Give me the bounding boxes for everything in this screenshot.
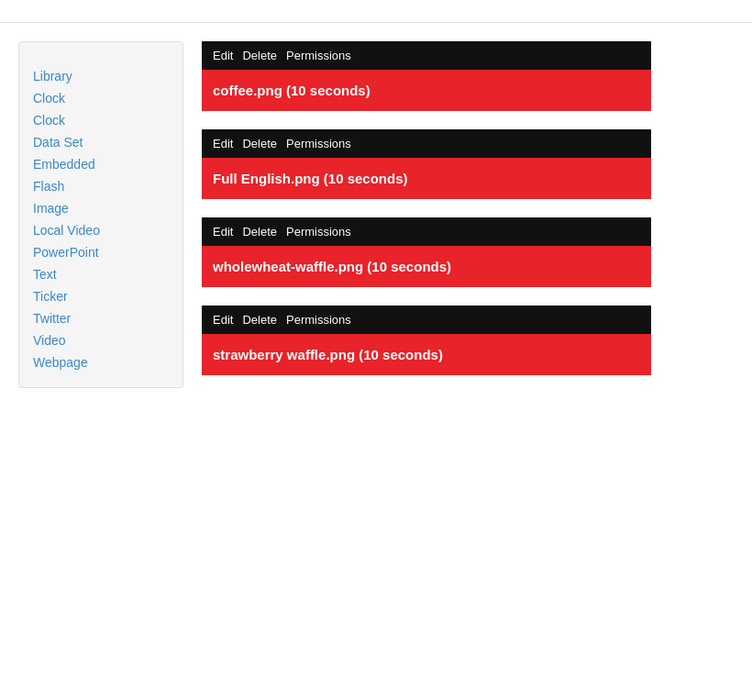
media-card: EditDeletePermissionswholewheat-waffle.p… bbox=[202, 217, 651, 287]
sidebar-item-clock-1[interactable]: Clock bbox=[33, 87, 169, 109]
permissions-button[interactable]: Permissions bbox=[286, 137, 351, 150]
permissions-button[interactable]: Permissions bbox=[286, 313, 351, 327]
sidebar-item-webpage[interactable]: Webpage bbox=[33, 351, 169, 373]
sidebar-item-video[interactable]: Video bbox=[33, 329, 169, 351]
media-card-toolbar: EditDeletePermissions bbox=[202, 129, 651, 158]
media-card-toolbar: EditDeletePermissions bbox=[202, 217, 651, 246]
sidebar-items-container: LibraryClockClockData SetEmbeddedFlashIm… bbox=[33, 65, 169, 373]
media-card-name: wholewheat-waffle.png (10 seconds) bbox=[213, 259, 640, 274]
sidebar-item-library[interactable]: Library bbox=[33, 65, 169, 87]
media-card-name: coffee.png (10 seconds) bbox=[213, 83, 640, 98]
media-card-body: Full English.png (10 seconds) bbox=[202, 158, 651, 199]
edit-button[interactable]: Edit bbox=[213, 313, 233, 327]
media-card-body: wholewheat-waffle.png (10 seconds) bbox=[202, 246, 651, 287]
sidebar-item-embedded[interactable]: Embedded bbox=[33, 153, 169, 175]
media-card-name: Full English.png (10 seconds) bbox=[213, 171, 640, 186]
page-header bbox=[0, 0, 752, 23]
sidebar-item-ticker[interactable]: Ticker bbox=[33, 285, 169, 307]
media-card-body: strawberry waffle.png (10 seconds) bbox=[202, 334, 651, 375]
delete-button[interactable]: Delete bbox=[242, 137, 277, 150]
media-card: EditDeletePermissionscoffee.png (10 seco… bbox=[202, 41, 651, 111]
permissions-button[interactable]: Permissions bbox=[286, 49, 351, 62]
delete-button[interactable]: Delete bbox=[242, 49, 277, 62]
media-card-name: strawberry waffle.png (10 seconds) bbox=[213, 347, 640, 362]
main-content: LibraryClockClockData SetEmbeddedFlashIm… bbox=[0, 23, 752, 406]
edit-button[interactable]: Edit bbox=[213, 49, 233, 62]
sidebar-item-text[interactable]: Text bbox=[33, 263, 169, 285]
delete-button[interactable]: Delete bbox=[242, 313, 277, 327]
media-card-body: coffee.png (10 seconds) bbox=[202, 70, 651, 111]
edit-button[interactable]: Edit bbox=[213, 225, 233, 239]
media-card: EditDeletePermissionsFull English.png (1… bbox=[202, 129, 651, 199]
media-card: EditDeletePermissionsstrawberry waffle.p… bbox=[202, 306, 651, 375]
sidebar-item-twitter[interactable]: Twitter bbox=[33, 307, 169, 329]
sidebar-item-powerpoint[interactable]: PowerPoint bbox=[33, 241, 169, 263]
sidebar-item-flash[interactable]: Flash bbox=[33, 175, 169, 197]
media-list: EditDeletePermissionscoffee.png (10 seco… bbox=[202, 41, 734, 388]
sidebar-item-dataset[interactable]: Data Set bbox=[33, 131, 169, 153]
sidebar: LibraryClockClockData SetEmbeddedFlashIm… bbox=[18, 41, 183, 388]
sidebar-item-local-video[interactable]: Local Video bbox=[33, 219, 169, 241]
edit-button[interactable]: Edit bbox=[213, 137, 233, 150]
sidebar-item-image[interactable]: Image bbox=[33, 197, 169, 219]
sidebar-item-clock-2[interactable]: Clock bbox=[33, 109, 169, 131]
permissions-button[interactable]: Permissions bbox=[286, 225, 351, 239]
media-card-toolbar: EditDeletePermissions bbox=[202, 306, 651, 334]
media-card-toolbar: EditDeletePermissions bbox=[202, 41, 651, 70]
delete-button[interactable]: Delete bbox=[242, 225, 277, 239]
